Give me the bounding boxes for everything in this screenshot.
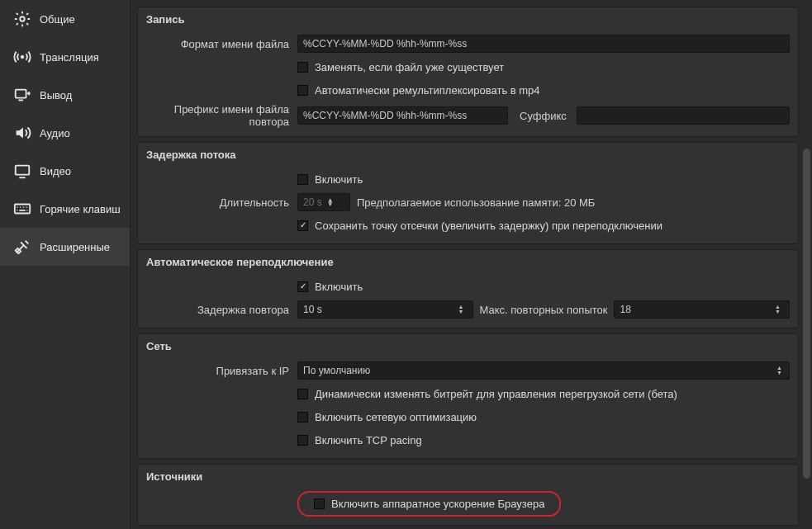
video-icon — [13, 162, 31, 180]
network-opt-checkbox[interactable]: Включить сетевую оптимизацию — [297, 411, 477, 423]
svg-point-0 — [20, 17, 25, 21]
group-title: Запись — [146, 12, 790, 31]
group-stream-delay: Задержка потока Включить Длительность 20… — [137, 142, 799, 244]
filename-format-label: Формат имени файла — [146, 38, 291, 50]
group-sources: Источники Включить аппаратное ускорение … — [137, 464, 799, 526]
remux-checkbox[interactable]: Автоматически ремультиплексировать в mp4 — [297, 84, 540, 97]
filename-format-input[interactable] — [297, 35, 790, 53]
spinner-arrows-icon: ▲▼ — [325, 198, 335, 206]
group-title: Источники — [146, 469, 790, 488]
retry-delay-spinner[interactable]: 10 s ▲▼ — [297, 300, 473, 319]
sidebar-item-label: Аудио — [40, 127, 70, 139]
suffix-input[interactable] — [577, 106, 790, 125]
sidebar-item-label: Расширенные — [40, 241, 110, 253]
hw-accel-label: Включить аппаратное ускорение Браузера — [331, 498, 544, 510]
preserve-checkbox[interactable]: Сохранить точку отсечки (увеличить задер… — [297, 220, 662, 232]
sidebar-item-video[interactable]: Видео — [0, 152, 130, 190]
replay-prefix-input[interactable] — [297, 106, 508, 125]
replay-prefix-label: Префикс имени файла повтора — [146, 103, 291, 128]
sidebar-item-label: Общие — [40, 13, 75, 26]
bind-ip-label: Привязать к IP — [146, 365, 291, 377]
select-arrows-icon: ▲▼ — [773, 366, 786, 375]
sidebar-item-hotkeys[interactable]: Горячие клавиш — [0, 190, 130, 228]
sidebar-item-advanced[interactable]: Расширенные — [0, 228, 130, 266]
tcp-pacing-label: Включить TCP pacing — [315, 434, 422, 446]
scroll-thumb[interactable] — [803, 149, 810, 479]
broadcast-icon — [13, 48, 31, 66]
highlight-annotation: Включить аппаратное ускорение Браузера — [297, 491, 561, 517]
scrollbar[interactable] — [800, 0, 812, 529]
spinner-arrows-icon: ▲▼ — [455, 305, 468, 314]
duration-hint: Предполагаемое использование памяти: 20 … — [357, 196, 595, 209]
max-retries-label: Макс. повторных попыток — [480, 304, 608, 316]
group-network: Сеть Привязать к IP По умолчанию ▲▼ Дина… — [137, 333, 799, 459]
audio-icon — [13, 124, 31, 142]
tcp-pacing-checkbox[interactable]: Включить TCP pacing — [297, 434, 422, 446]
sidebar-item-label: Трансляция — [40, 51, 99, 64]
hw-accel-checkbox[interactable]: Включить аппаратное ускорение Браузера — [314, 498, 544, 510]
preserve-label: Сохранить точку отсечки (увеличить задер… — [315, 220, 662, 232]
sidebar-item-label: Видео — [40, 165, 71, 177]
suffix-label: Суффикс — [515, 110, 570, 122]
group-title: Задержка потока — [146, 147, 790, 166]
tools-icon — [13, 238, 31, 256]
duration-spinner[interactable]: 20 s ▲▼ — [297, 193, 350, 211]
output-icon — [13, 86, 31, 104]
dynamic-bitrate-label: Динамически изменять битрейт для управле… — [315, 388, 677, 400]
max-retries-spinner[interactable]: 18 ▲▼ — [614, 300, 790, 319]
group-recording: Запись Формат имени файла Заменять, если… — [137, 7, 799, 137]
sidebar: Общие Трансляция Вывод Аудио Видео Горяч… — [0, 0, 131, 529]
reconnect-enable-label: Включить — [315, 281, 363, 293]
sidebar-item-label: Горячие клавиш — [40, 203, 121, 215]
svg-rect-2 — [16, 90, 26, 98]
gear-icon — [13, 10, 31, 28]
group-title: Сеть — [146, 338, 790, 357]
sidebar-item-label: Вывод — [40, 89, 72, 102]
remux-label: Автоматически ремультиплексировать в mp4 — [315, 84, 540, 97]
keyboard-icon — [13, 200, 31, 218]
sidebar-item-stream[interactable]: Трансляция — [0, 38, 130, 76]
delay-enable-checkbox[interactable]: Включить — [297, 173, 363, 186]
group-title: Автоматическое переподключение — [146, 254, 790, 273]
reconnect-enable-checkbox[interactable]: Включить — [297, 281, 363, 293]
overwrite-label: Заменять, если файл уже существует — [315, 61, 504, 73]
svg-rect-4 — [15, 205, 30, 214]
retry-delay-label: Задержка повтора — [146, 304, 291, 316]
delay-enable-label: Включить — [315, 173, 363, 186]
dynamic-bitrate-checkbox[interactable]: Динамически изменять битрейт для управле… — [297, 388, 677, 400]
svg-rect-3 — [16, 166, 30, 175]
group-auto-reconnect: Автоматическое переподключение Включить … — [137, 249, 799, 328]
overwrite-checkbox[interactable]: Заменять, если файл уже существует — [297, 61, 504, 73]
sidebar-item-general[interactable]: Общие — [0, 0, 130, 38]
sidebar-item-audio[interactable]: Аудио — [0, 114, 130, 152]
settings-content: Запись Формат имени файла Заменять, если… — [131, 0, 812, 529]
bind-ip-select[interactable]: По умолчанию ▲▼ — [297, 361, 790, 380]
sidebar-item-output[interactable]: Вывод — [0, 76, 130, 114]
network-opt-label: Включить сетевую оптимизацию — [315, 411, 477, 423]
duration-label: Длительность — [146, 196, 291, 209]
spinner-arrows-icon: ▲▼ — [772, 305, 784, 314]
svg-point-1 — [21, 55, 24, 59]
